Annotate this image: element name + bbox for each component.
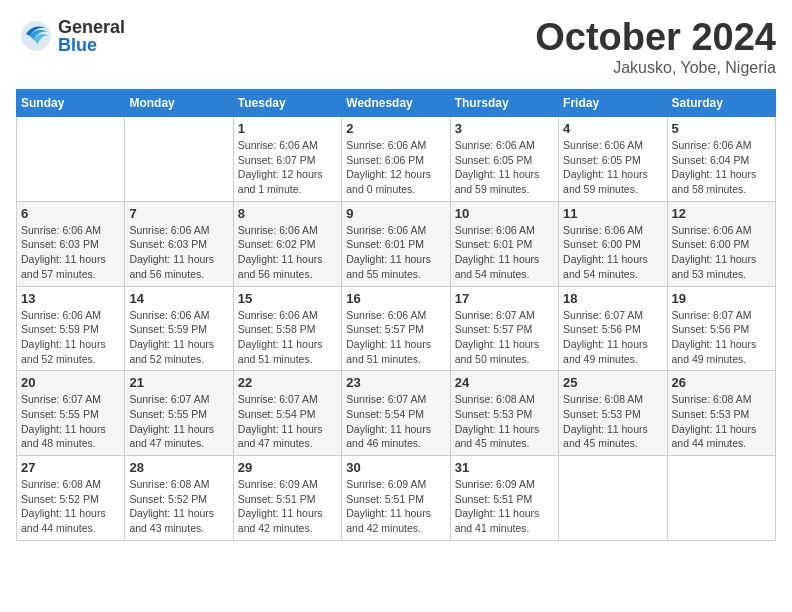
day-number: 7 bbox=[129, 206, 228, 221]
calendar-day-cell: 26Sunrise: 6:08 AM Sunset: 5:53 PM Dayli… bbox=[667, 371, 775, 456]
day-number: 27 bbox=[21, 460, 120, 475]
day-info: Sunrise: 6:06 AM Sunset: 5:59 PM Dayligh… bbox=[21, 308, 120, 367]
day-number: 2 bbox=[346, 121, 445, 136]
calendar-day-cell: 17Sunrise: 6:07 AM Sunset: 5:57 PM Dayli… bbox=[450, 286, 558, 371]
day-info: Sunrise: 6:06 AM Sunset: 6:07 PM Dayligh… bbox=[238, 138, 337, 197]
calendar-day-header: Thursday bbox=[450, 90, 558, 117]
day-info: Sunrise: 6:09 AM Sunset: 5:51 PM Dayligh… bbox=[455, 477, 554, 536]
day-number: 24 bbox=[455, 375, 554, 390]
day-info: Sunrise: 6:08 AM Sunset: 5:52 PM Dayligh… bbox=[129, 477, 228, 536]
calendar-week-row: 20Sunrise: 6:07 AM Sunset: 5:55 PM Dayli… bbox=[17, 371, 776, 456]
calendar-day-cell: 9Sunrise: 6:06 AM Sunset: 6:01 PM Daylig… bbox=[342, 201, 450, 286]
calendar-day-cell: 6Sunrise: 6:06 AM Sunset: 6:03 PM Daylig… bbox=[17, 201, 125, 286]
calendar-day-header: Wednesday bbox=[342, 90, 450, 117]
day-number: 13 bbox=[21, 291, 120, 306]
day-number: 12 bbox=[672, 206, 771, 221]
day-number: 20 bbox=[21, 375, 120, 390]
day-number: 10 bbox=[455, 206, 554, 221]
calendar-header-row: SundayMondayTuesdayWednesdayThursdayFrid… bbox=[17, 90, 776, 117]
calendar-week-row: 13Sunrise: 6:06 AM Sunset: 5:59 PM Dayli… bbox=[17, 286, 776, 371]
day-info: Sunrise: 6:07 AM Sunset: 5:55 PM Dayligh… bbox=[21, 392, 120, 451]
day-info: Sunrise: 6:06 AM Sunset: 6:03 PM Dayligh… bbox=[21, 223, 120, 282]
calendar-day-cell: 31Sunrise: 6:09 AM Sunset: 5:51 PM Dayli… bbox=[450, 456, 558, 541]
day-number: 4 bbox=[563, 121, 662, 136]
calendar-day-cell: 3Sunrise: 6:06 AM Sunset: 6:05 PM Daylig… bbox=[450, 117, 558, 202]
calendar-day-cell: 24Sunrise: 6:08 AM Sunset: 5:53 PM Dayli… bbox=[450, 371, 558, 456]
day-info: Sunrise: 6:09 AM Sunset: 5:51 PM Dayligh… bbox=[346, 477, 445, 536]
day-number: 22 bbox=[238, 375, 337, 390]
calendar-day-cell: 27Sunrise: 6:08 AM Sunset: 5:52 PM Dayli… bbox=[17, 456, 125, 541]
day-number: 29 bbox=[238, 460, 337, 475]
calendar-day-cell: 1Sunrise: 6:06 AM Sunset: 6:07 PM Daylig… bbox=[233, 117, 341, 202]
day-info: Sunrise: 6:08 AM Sunset: 5:52 PM Dayligh… bbox=[21, 477, 120, 536]
logo-blue: Blue bbox=[58, 36, 125, 54]
day-number: 8 bbox=[238, 206, 337, 221]
calendar-day-cell: 29Sunrise: 6:09 AM Sunset: 5:51 PM Dayli… bbox=[233, 456, 341, 541]
calendar-day-header: Saturday bbox=[667, 90, 775, 117]
calendar-day-cell: 19Sunrise: 6:07 AM Sunset: 5:56 PM Dayli… bbox=[667, 286, 775, 371]
day-number: 11 bbox=[563, 206, 662, 221]
day-info: Sunrise: 6:06 AM Sunset: 6:05 PM Dayligh… bbox=[563, 138, 662, 197]
calendar-day-header: Sunday bbox=[17, 90, 125, 117]
calendar-day-cell: 5Sunrise: 6:06 AM Sunset: 6:04 PM Daylig… bbox=[667, 117, 775, 202]
day-info: Sunrise: 6:09 AM Sunset: 5:51 PM Dayligh… bbox=[238, 477, 337, 536]
day-number: 9 bbox=[346, 206, 445, 221]
day-number: 30 bbox=[346, 460, 445, 475]
calendar-day-cell: 22Sunrise: 6:07 AM Sunset: 5:54 PM Dayli… bbox=[233, 371, 341, 456]
calendar-day-cell: 21Sunrise: 6:07 AM Sunset: 5:55 PM Dayli… bbox=[125, 371, 233, 456]
day-info: Sunrise: 6:07 AM Sunset: 5:57 PM Dayligh… bbox=[455, 308, 554, 367]
day-info: Sunrise: 6:06 AM Sunset: 6:01 PM Dayligh… bbox=[346, 223, 445, 282]
day-info: Sunrise: 6:08 AM Sunset: 5:53 PM Dayligh… bbox=[563, 392, 662, 451]
day-info: Sunrise: 6:06 AM Sunset: 5:57 PM Dayligh… bbox=[346, 308, 445, 367]
logo: General Blue bbox=[16, 16, 125, 56]
calendar-week-row: 27Sunrise: 6:08 AM Sunset: 5:52 PM Dayli… bbox=[17, 456, 776, 541]
day-number: 16 bbox=[346, 291, 445, 306]
calendar-day-cell bbox=[667, 456, 775, 541]
day-info: Sunrise: 6:06 AM Sunset: 5:59 PM Dayligh… bbox=[129, 308, 228, 367]
day-info: Sunrise: 6:06 AM Sunset: 6:04 PM Dayligh… bbox=[672, 138, 771, 197]
day-info: Sunrise: 6:07 AM Sunset: 5:56 PM Dayligh… bbox=[672, 308, 771, 367]
day-number: 3 bbox=[455, 121, 554, 136]
calendar-day-cell: 28Sunrise: 6:08 AM Sunset: 5:52 PM Dayli… bbox=[125, 456, 233, 541]
day-number: 26 bbox=[672, 375, 771, 390]
calendar-day-cell: 20Sunrise: 6:07 AM Sunset: 5:55 PM Dayli… bbox=[17, 371, 125, 456]
calendar-day-cell: 13Sunrise: 6:06 AM Sunset: 5:59 PM Dayli… bbox=[17, 286, 125, 371]
day-number: 6 bbox=[21, 206, 120, 221]
day-number: 15 bbox=[238, 291, 337, 306]
day-number: 14 bbox=[129, 291, 228, 306]
day-number: 1 bbox=[238, 121, 337, 136]
day-info: Sunrise: 6:06 AM Sunset: 6:01 PM Dayligh… bbox=[455, 223, 554, 282]
calendar-table: SundayMondayTuesdayWednesdayThursdayFrid… bbox=[16, 89, 776, 541]
calendar-week-row: 6Sunrise: 6:06 AM Sunset: 6:03 PM Daylig… bbox=[17, 201, 776, 286]
calendar-day-cell: 25Sunrise: 6:08 AM Sunset: 5:53 PM Dayli… bbox=[559, 371, 667, 456]
day-number: 28 bbox=[129, 460, 228, 475]
day-info: Sunrise: 6:07 AM Sunset: 5:54 PM Dayligh… bbox=[238, 392, 337, 451]
location: Jakusko, Yobe, Nigeria bbox=[535, 59, 776, 77]
calendar-day-cell: 16Sunrise: 6:06 AM Sunset: 5:57 PM Dayli… bbox=[342, 286, 450, 371]
day-number: 21 bbox=[129, 375, 228, 390]
day-info: Sunrise: 6:06 AM Sunset: 6:00 PM Dayligh… bbox=[563, 223, 662, 282]
day-info: Sunrise: 6:06 AM Sunset: 6:00 PM Dayligh… bbox=[672, 223, 771, 282]
calendar-day-cell: 11Sunrise: 6:06 AM Sunset: 6:00 PM Dayli… bbox=[559, 201, 667, 286]
calendar-day-cell: 15Sunrise: 6:06 AM Sunset: 5:58 PM Dayli… bbox=[233, 286, 341, 371]
day-number: 31 bbox=[455, 460, 554, 475]
day-number: 25 bbox=[563, 375, 662, 390]
page-header: General Blue October 2024 Jakusko, Yobe,… bbox=[16, 16, 776, 77]
calendar-day-cell: 30Sunrise: 6:09 AM Sunset: 5:51 PM Dayli… bbox=[342, 456, 450, 541]
calendar-day-cell: 4Sunrise: 6:06 AM Sunset: 6:05 PM Daylig… bbox=[559, 117, 667, 202]
day-info: Sunrise: 6:08 AM Sunset: 5:53 PM Dayligh… bbox=[455, 392, 554, 451]
day-info: Sunrise: 6:06 AM Sunset: 5:58 PM Dayligh… bbox=[238, 308, 337, 367]
calendar-day-cell: 14Sunrise: 6:06 AM Sunset: 5:59 PM Dayli… bbox=[125, 286, 233, 371]
calendar-day-cell bbox=[125, 117, 233, 202]
day-info: Sunrise: 6:08 AM Sunset: 5:53 PM Dayligh… bbox=[672, 392, 771, 451]
day-info: Sunrise: 6:07 AM Sunset: 5:55 PM Dayligh… bbox=[129, 392, 228, 451]
day-info: Sunrise: 6:06 AM Sunset: 6:03 PM Dayligh… bbox=[129, 223, 228, 282]
day-number: 23 bbox=[346, 375, 445, 390]
calendar-day-cell bbox=[17, 117, 125, 202]
logo-icon bbox=[16, 16, 56, 56]
calendar-day-header: Tuesday bbox=[233, 90, 341, 117]
day-number: 18 bbox=[563, 291, 662, 306]
day-number: 5 bbox=[672, 121, 771, 136]
calendar-day-cell: 7Sunrise: 6:06 AM Sunset: 6:03 PM Daylig… bbox=[125, 201, 233, 286]
calendar-day-cell: 2Sunrise: 6:06 AM Sunset: 6:06 PM Daylig… bbox=[342, 117, 450, 202]
